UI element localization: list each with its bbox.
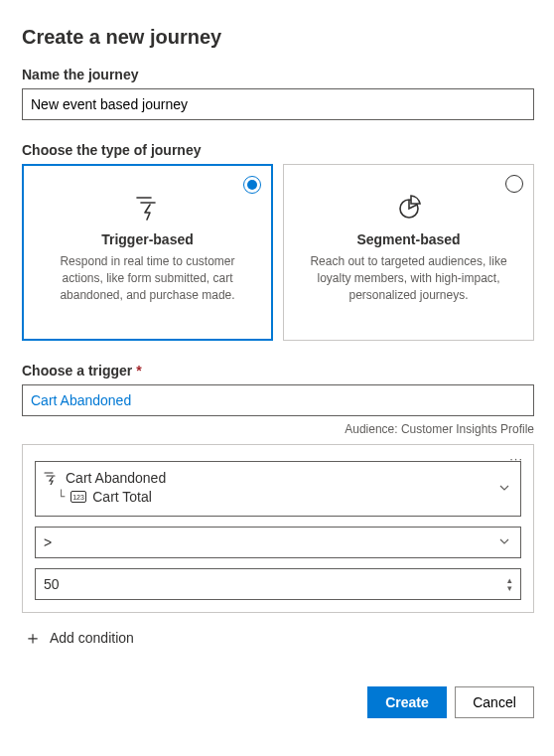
create-button[interactable]: Create xyxy=(367,686,447,718)
condition-panel: ··· Cart Abandoned └ 123 Car xyxy=(22,444,534,613)
tree-elbow-icon: └ xyxy=(58,490,65,504)
chevron-down-icon xyxy=(498,534,510,550)
add-condition-label: Add condition xyxy=(50,630,134,646)
attribute-root-text: Cart Abandoned xyxy=(66,470,166,486)
trigger-label: Choose a trigger * xyxy=(22,363,534,378)
operator-text: > xyxy=(44,534,52,550)
trigger-icon xyxy=(35,193,260,224)
spinner-icon[interactable]: ▴▾ xyxy=(507,577,512,592)
journey-type-trigger-card[interactable]: Trigger-based Respond in real time to cu… xyxy=(22,164,273,341)
trigger-mini-icon xyxy=(44,471,60,485)
segment-title: Segment-based xyxy=(296,231,521,247)
chevron-down-icon xyxy=(498,481,510,497)
type-label: Choose the type of journey xyxy=(22,142,534,158)
radio-selected-icon xyxy=(243,176,261,194)
value-text: 50 xyxy=(44,576,60,592)
cancel-button[interactable]: Cancel xyxy=(455,686,534,718)
attribute-field-text: Cart Total xyxy=(92,489,152,505)
segment-icon xyxy=(296,193,521,224)
name-label: Name the journey xyxy=(22,67,534,82)
journey-type-segment-card[interactable]: Segment-based Reach out to targeted audi… xyxy=(283,164,534,341)
trigger-input[interactable] xyxy=(22,384,534,416)
operator-selector[interactable]: > xyxy=(35,527,521,558)
number-field-icon: 123 xyxy=(70,490,86,504)
plus-icon: ＋ xyxy=(24,629,42,647)
radio-unselected-icon xyxy=(505,175,523,193)
trigger-title: Trigger-based xyxy=(35,231,260,247)
add-condition-button[interactable]: ＋ Add condition xyxy=(24,629,534,647)
page-title: Create a new journey xyxy=(22,26,534,49)
attribute-selector[interactable]: Cart Abandoned └ 123 Cart Total xyxy=(35,461,521,517)
trigger-desc: Respond in real time to customer actions… xyxy=(35,253,260,303)
value-input[interactable]: 50 ▴▾ xyxy=(35,568,521,600)
segment-desc: Reach out to targeted audiences, like lo… xyxy=(296,253,521,303)
svg-text:123: 123 xyxy=(72,494,84,501)
journey-name-input[interactable] xyxy=(22,88,534,120)
audience-info: Audience: Customer Insights Profile xyxy=(22,422,534,436)
